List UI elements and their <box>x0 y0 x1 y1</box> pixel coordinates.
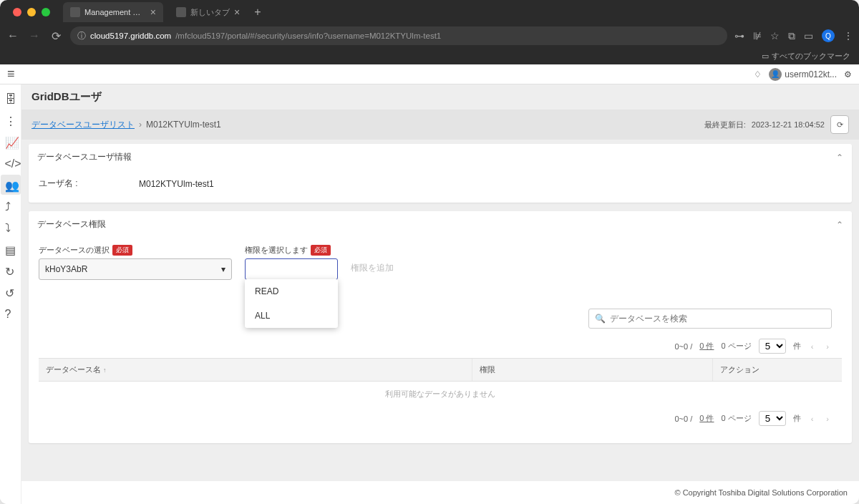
permission-option-all[interactable]: ALL <box>245 304 338 328</box>
pagination-range: 0~0 / <box>675 415 693 423</box>
next-page-button[interactable]: › <box>823 342 832 351</box>
window-maximize-icon[interactable] <box>42 8 50 16</box>
user-avatar-icon: 👤 <box>769 68 782 81</box>
username-field-label: ユーザ名 : <box>39 178 139 190</box>
breadcrumb: データベースユーザリスト › M012KTYUlm-test1 最終更新日: 2… <box>21 110 859 140</box>
pagination-total: 0 件 <box>699 413 714 424</box>
table-empty-message: 利用可能なデータがありません <box>39 382 842 407</box>
bookmarks-folder-icon[interactable]: ▭ <box>762 52 769 61</box>
url-path: /mfcloud5197/portal/#/security/users/inf… <box>175 32 441 40</box>
pagination-unit: 件 <box>793 341 801 352</box>
username-label: userm012kt... <box>785 69 837 79</box>
password-icon[interactable]: ⊶ <box>734 30 744 42</box>
sidebar-item-jobs[interactable]: ↻ <box>1 261 21 281</box>
pagination-unit: 件 <box>793 413 801 424</box>
pagination-top: 0~0 / 0 件 0 ページ 5 件 ‹ › <box>39 334 842 358</box>
tab-close-icon[interactable]: × <box>150 6 156 18</box>
window-minimize-icon[interactable] <box>27 8 36 16</box>
profile-avatar-icon[interactable]: Q <box>822 29 835 42</box>
chevron-up-icon[interactable]: ⌃ <box>836 152 843 163</box>
chevron-up-icon[interactable]: ⌃ <box>836 220 843 230</box>
notifications-icon[interactable]: ♢ <box>754 69 762 79</box>
translate-icon[interactable]: ⊯ <box>753 30 762 42</box>
reload-button[interactable]: ⟳ <box>49 29 63 43</box>
username-field-value: M012KTYUlm-test1 <box>139 179 214 189</box>
sort-arrow-icon: ↑ <box>103 367 107 374</box>
breadcrumb-current: M012KTYUlm-test1 <box>146 120 221 130</box>
favicon-icon <box>176 7 186 17</box>
favicon-icon <box>70 7 80 17</box>
column-action: アクション <box>713 359 842 381</box>
permission-dropdown: READ ALL <box>245 279 338 328</box>
add-permission-button: 権限を追加 <box>351 245 394 274</box>
footer-copyright: © Copyright Toshiba Digital Solutions Co… <box>21 480 859 504</box>
panel-header[interactable]: データベースユーザ情報 ⌃ <box>29 144 852 170</box>
breadcrumb-link[interactable]: データベースユーザリスト <box>31 119 135 131</box>
chevron-right-icon: › <box>139 120 142 130</box>
sidebar-item-history[interactable]: ↺ <box>1 282 21 302</box>
pagination-total: 0 件 <box>699 341 714 352</box>
side-panel-icon[interactable]: ▭ <box>804 30 813 42</box>
bookmarks-label[interactable]: すべてのブックマーク <box>772 51 850 62</box>
required-badge: 必須 <box>311 245 331 256</box>
column-database-name[interactable]: データベース名 ↑ <box>39 359 472 381</box>
tab-title: Management GUI for GridDB <box>84 8 146 16</box>
permission-select[interactable] <box>245 258 338 280</box>
sidebar-item-query[interactable]: </> <box>1 153 21 173</box>
sidebar-item-chart[interactable]: 📈 <box>1 132 21 152</box>
database-search-input[interactable]: 🔍 <box>588 309 832 329</box>
sidebar-item-help[interactable]: ? <box>1 304 21 324</box>
user-info-panel: データベースユーザ情報 ⌃ ユーザ名 : M012KTYUlm-test1 <box>29 144 852 203</box>
database-select-value: kHoY3AbR <box>45 264 87 274</box>
tab-title: 新しいタブ <box>190 7 230 18</box>
tab-close-icon[interactable]: × <box>234 6 240 18</box>
menu-toggle-button[interactable]: ≡ <box>7 67 15 82</box>
search-field[interactable] <box>610 314 825 324</box>
address-bar[interactable]: ⓘ cloud5197.griddb.com/mfcloud5197/porta… <box>70 26 727 45</box>
search-icon: 🔍 <box>595 314 606 324</box>
permission-select-label: 権限を選択します <box>245 245 308 256</box>
page-size-select[interactable]: 5 <box>759 339 786 354</box>
sidebar-item-upload[interactable]: ⤴ <box>1 196 21 216</box>
sidebar-item-database[interactable]: 🗄 <box>1 89 21 109</box>
window-close-icon[interactable] <box>13 8 21 16</box>
prev-page-button[interactable]: ‹ <box>808 415 817 423</box>
next-page-button[interactable]: › <box>823 415 832 423</box>
pagination-bottom: 0~0 / 0 件 0 ページ 5 件 ‹ › <box>39 407 842 430</box>
forward-button[interactable]: → <box>27 29 42 42</box>
table-header: データベース名 ↑ 権限 アクション <box>39 358 842 382</box>
sidebar: 🗄 ⋮⋮ 📈 </> 👥 ⤴ ⤵ ▤ ↻ ↺ ? <box>0 84 21 504</box>
panel-title: データベースユーザ情報 <box>37 151 132 163</box>
back-button[interactable]: ← <box>6 29 20 42</box>
permission-option-read[interactable]: READ <box>245 279 338 304</box>
db-select-label: データベースの選択 <box>39 245 110 256</box>
database-select[interactable]: kHoY3AbR ▾ <box>39 258 232 280</box>
settings-icon[interactable]: ⚙ <box>844 69 852 79</box>
url-host: cloud5197.griddb.com <box>90 32 171 40</box>
sidebar-item-users[interactable]: 👥 <box>1 175 21 195</box>
pagination-page-label: 0 ページ <box>721 413 751 424</box>
pagination-range: 0~0 / <box>675 342 693 351</box>
sidebar-item-logs[interactable]: ▤ <box>1 239 21 259</box>
sidebar-item-cluster[interactable]: ⋮⋮ <box>1 110 21 130</box>
pagination-page-label: 0 ページ <box>721 341 751 352</box>
new-tab-button[interactable]: + <box>254 6 261 19</box>
browser-tab-active[interactable]: Management GUI for GridDB × <box>63 2 163 22</box>
panel-title: データベース権限 <box>37 218 106 231</box>
site-info-icon[interactable]: ⓘ <box>77 31 86 42</box>
page-title: GridDBユーザ <box>21 84 859 110</box>
user-menu[interactable]: 👤 userm012kt... <box>769 68 837 81</box>
browser-tab-inactive[interactable]: 新しいタブ × <box>169 2 247 22</box>
menu-icon[interactable]: ⋮ <box>843 30 853 42</box>
page-size-select[interactable]: 5 <box>759 411 786 426</box>
prev-page-button[interactable]: ‹ <box>808 342 817 351</box>
extensions-icon[interactable]: ⧉ <box>788 30 795 42</box>
panel-header[interactable]: データベース権限 ⌃ <box>29 211 852 238</box>
required-badge: 必須 <box>112 245 132 256</box>
last-updated-value: 2023-12-21 18:04:52 <box>752 120 825 129</box>
bookmark-star-icon[interactable]: ☆ <box>770 30 780 42</box>
permission-panel: データベース権限 ⌃ データベースの選択 必須 kHoY3AbR <box>29 211 852 443</box>
column-permission[interactable]: 権限 <box>472 359 714 381</box>
refresh-button[interactable]: ⟳ <box>830 115 849 134</box>
sidebar-item-download[interactable]: ⤵ <box>1 218 21 238</box>
